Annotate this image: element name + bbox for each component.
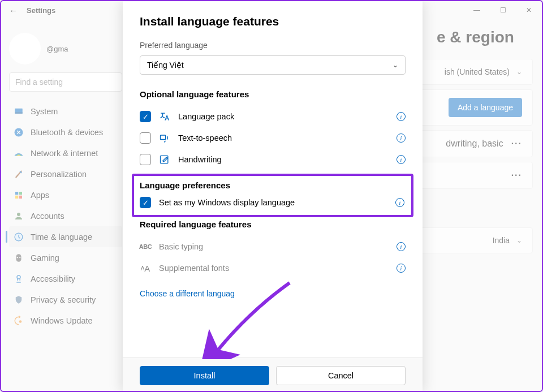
- install-button[interactable]: Install: [140, 366, 269, 385]
- req-supplemental-fonts: AA Supplemental fonts i: [140, 257, 406, 279]
- info-icon[interactable]: i: [397, 264, 406, 273]
- fonts-icon: AA: [140, 262, 151, 274]
- checkbox-checked-icon[interactable]: ✓: [140, 111, 151, 122]
- checkbox-unchecked-icon[interactable]: [140, 132, 151, 144]
- info-icon[interactable]: i: [395, 198, 404, 207]
- required-features-heading: Required language features: [140, 219, 406, 229]
- info-icon[interactable]: i: [397, 133, 406, 143]
- option-handwriting[interactable]: Handwriting i: [140, 149, 406, 170]
- cancel-button[interactable]: Cancel: [276, 366, 406, 385]
- dialog-footer: Install Cancel: [123, 357, 423, 392]
- info-icon[interactable]: i: [397, 155, 406, 164]
- svg-rect-15: [161, 135, 166, 140]
- install-language-dialog: Install language features Preferred lang…: [123, 1, 423, 392]
- choose-different-language-link[interactable]: Choose a different languag: [140, 289, 235, 298]
- preferred-language-label: Preferred language: [140, 41, 406, 50]
- checkbox-unchecked-icon[interactable]: [140, 154, 151, 165]
- option-set-display-language[interactable]: ✓ Set as my Windows display language: [140, 195, 406, 210]
- preferred-language-dropdown[interactable]: Tiếng Việt ⌄: [140, 55, 406, 75]
- basic-typing-icon: ABC: [140, 241, 151, 252]
- language-preferences-heading: Language preferences: [140, 180, 406, 190]
- language-pack-icon: [159, 111, 170, 122]
- optional-features-heading: Optional language features: [140, 89, 406, 99]
- handwriting-icon: [159, 154, 170, 165]
- chevron-down-icon: ⌄: [393, 61, 398, 69]
- dialog-title: Install language features: [140, 15, 406, 28]
- checkbox-checked-icon[interactable]: ✓: [140, 197, 151, 208]
- info-icon[interactable]: i: [397, 242, 406, 251]
- info-icon[interactable]: i: [397, 112, 406, 121]
- text-to-speech-icon: [159, 132, 170, 144]
- req-basic-typing: ABC Basic typing i: [140, 236, 406, 257]
- option-language-pack[interactable]: ✓ Language pack i: [140, 106, 406, 127]
- annotation-highlight: Language preferences ✓ Set as my Windows…: [132, 174, 413, 217]
- option-text-to-speech[interactable]: Text-to-speech i: [140, 127, 406, 149]
